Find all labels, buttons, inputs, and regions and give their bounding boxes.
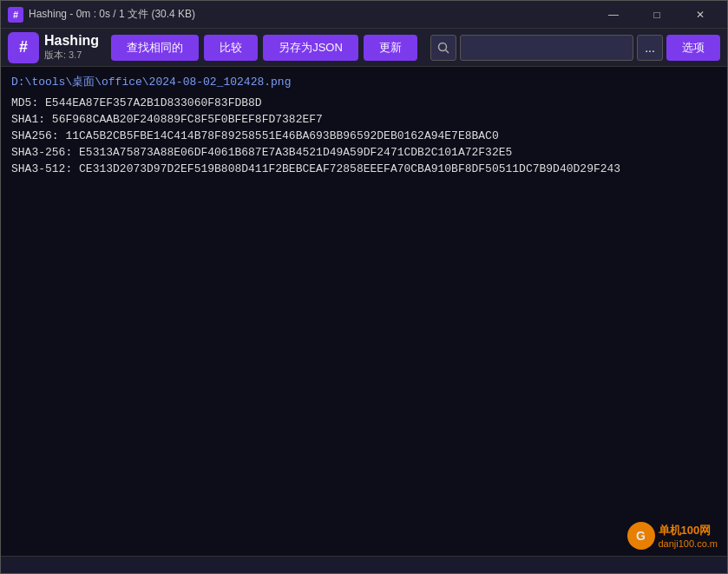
maximize-button[interactable]: □ <box>637 1 677 29</box>
svg-point-0 <box>439 43 447 50</box>
hash-value[interactable]: E544EA87EF357A2B1D833060F83FDB8D <box>45 96 262 109</box>
hash-line: SHA3-256: E5313A75873A88E06DF4061B687E7A… <box>11 146 717 159</box>
update-button[interactable]: 更新 <box>364 35 417 61</box>
dots-button[interactable]: ... <box>637 35 663 61</box>
search-input[interactable] <box>460 35 633 61</box>
hash-value[interactable]: CE313D2073D97D2EF519B808D411F2BEBCEAF728… <box>79 162 620 175</box>
hash-list: MD5: E544EA87EF357A2B1D833060F83FDB8DSHA… <box>11 96 717 175</box>
hash-label: SHA3-256: <box>11 146 72 159</box>
hash-value[interactable]: 11CA5B2CB5FBE14C414B78F89258551E46BA693B… <box>65 129 498 142</box>
toolbar: # Hashing 版本: 3.7 查找相同的 比较 另存为JSON 更新 ..… <box>1 29 727 67</box>
search-icon[interactable] <box>430 35 456 61</box>
watermark: G 单机100网 danji100.co.m <box>627 522 718 550</box>
hash-label: SHA3-512: <box>11 162 72 175</box>
titlebar-title: Hashing - 0m : 0s / 1 文件 (30.4 KB) <box>29 7 588 22</box>
options-button[interactable]: 选项 <box>666 35 720 61</box>
app-name-block: Hashing 版本: 3.7 <box>44 33 99 62</box>
app-logo-icon: # <box>8 32 39 63</box>
hash-label: SHA1: <box>11 113 45 126</box>
save-json-button[interactable]: 另存为JSON <box>263 35 358 61</box>
compare-button[interactable]: 比较 <box>204 35 258 61</box>
watermark-logo: G <box>627 522 655 550</box>
hash-value[interactable]: E5313A75873A88E06DF4061B687E7A3B4521D49A… <box>79 146 512 159</box>
window-controls: — □ ✕ <box>594 1 720 29</box>
file-path: D:\tools\桌面\office\2024-08-02_102428.png <box>11 74 717 89</box>
hash-label: SHA256: <box>11 129 59 142</box>
statusbar <box>1 556 727 574</box>
hash-line: SHA1: 56F968CAAB20F240889FC8F5F0BFEF8FD7… <box>11 113 717 126</box>
find-same-button[interactable]: 查找相同的 <box>111 35 199 61</box>
app-version: 版本: 3.7 <box>44 49 99 62</box>
watermark-site-name: 单机100网 <box>659 523 718 538</box>
minimize-button[interactable]: — <box>594 1 633 29</box>
watermark-text-block: 单机100网 danji100.co.m <box>659 523 718 549</box>
titlebar: # Hashing - 0m : 0s / 1 文件 (30.4 KB) — □… <box>1 1 727 29</box>
hash-label: MD5: <box>11 96 38 109</box>
hash-line: SHA3-512: CE313D2073D97D2EF519B808D411F2… <box>11 162 717 175</box>
hash-line: SHA256: 11CA5B2CB5FBE14C414B78F89258551E… <box>11 129 717 142</box>
search-area: ... 选项 <box>430 35 720 61</box>
close-button[interactable]: ✕ <box>680 1 720 29</box>
hash-value[interactable]: 56F968CAAB20F240889FC8F5F0BFEF8FD7382EF7 <box>52 113 323 126</box>
main-content: D:\tools\桌面\office\2024-08-02_102428.png… <box>1 67 727 556</box>
svg-line-1 <box>446 49 449 53</box>
app-name: Hashing <box>44 33 99 49</box>
watermark-url: danji100.co.m <box>659 538 718 549</box>
hash-line: MD5: E544EA87EF357A2B1D833060F83FDB8D <box>11 96 717 109</box>
titlebar-icon: # <box>8 7 23 23</box>
